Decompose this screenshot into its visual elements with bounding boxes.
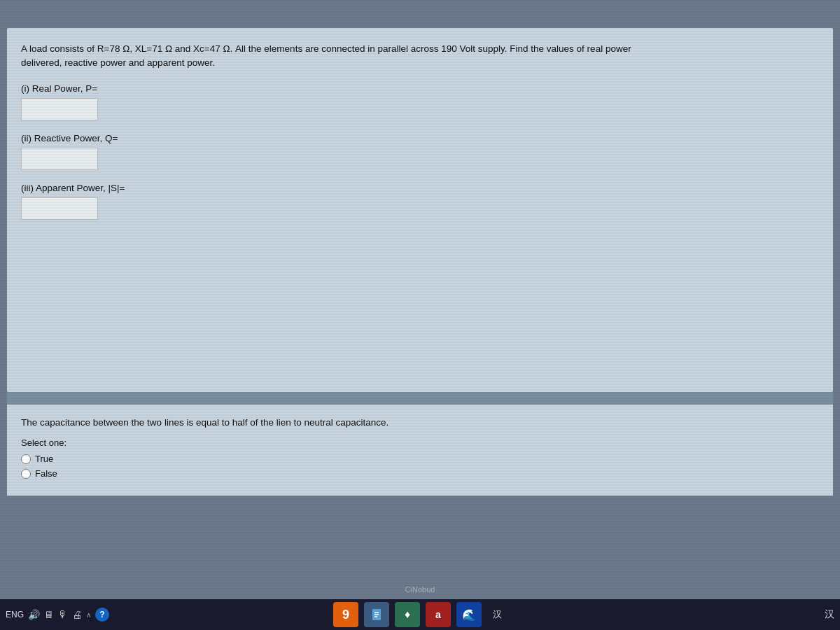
taskbar-eng-label: ENG <box>6 610 24 620</box>
mic-icon[interactable]: 🎙 <box>58 609 68 620</box>
taskbar-help-icon[interactable]: ? <box>95 608 109 622</box>
taskbar-left-section: ENG 🔊 🖥 🎙 🖨 ∧ ? <box>6 608 109 622</box>
radio-true-option[interactable]: True <box>21 454 819 464</box>
taskbar-right-section: 汉 <box>825 608 834 621</box>
radio-true[interactable] <box>21 454 31 464</box>
reactive-power-label: (ii) Reactive Power, Q= <box>21 133 819 144</box>
taskbar-caret[interactable]: ∧ <box>86 611 91 619</box>
second-question-text: The capacitance between the two lines is… <box>21 417 511 428</box>
radio-true-label: True <box>35 454 53 464</box>
problem-statement: A load consists of R=78 Ω, XL=71 Ω and X… <box>21 42 651 71</box>
taskbar-han-icon[interactable]: 汉 <box>487 605 507 624</box>
taskbar-app-red-a[interactable]: a <box>426 602 451 627</box>
radio-false[interactable] <box>21 469 31 479</box>
taskbar-app-blue-file[interactable] <box>364 602 389 627</box>
reactive-power-input[interactable] <box>21 148 98 170</box>
taskbar-app-edge[interactable]: 🌊 <box>456 602 482 627</box>
radio-false-option[interactable]: False <box>21 468 819 479</box>
apparent-power-label: (iii) Apparent Power, |S|= <box>21 183 819 193</box>
cinobud-label: CiNobud <box>405 585 435 594</box>
main-content-area: A load consists of R=78 Ω, XL=71 Ω and X… <box>7 28 833 392</box>
apparent-power-input[interactable] <box>21 197 98 220</box>
taskbar-icon4[interactable]: 🖨 <box>72 609 82 620</box>
radio-false-label: False <box>35 468 57 479</box>
real-power-input[interactable] <box>21 98 98 120</box>
taskbar-han-right[interactable]: 汉 <box>825 608 834 621</box>
monitor-icon[interactable]: 🖥 <box>44 609 54 620</box>
taskbar-app-orange[interactable]: 9 <box>333 602 358 627</box>
taskbar: ENG 🔊 🖥 🎙 🖨 ∧ ? 9 ♦ a 🌊 <box>0 599 840 630</box>
second-question-area: The capacitance between the two lines is… <box>7 405 833 496</box>
select-one-label: Select one: <box>21 438 819 448</box>
divider-strip <box>7 392 833 405</box>
taskbar-app-green[interactable]: ♦ <box>395 602 420 627</box>
volume-icon[interactable]: 🔊 <box>28 609 40 620</box>
real-power-label: (i) Real Power, P= <box>21 83 819 94</box>
taskbar-center-section: 9 ♦ a 🌊 汉 <box>333 602 507 627</box>
